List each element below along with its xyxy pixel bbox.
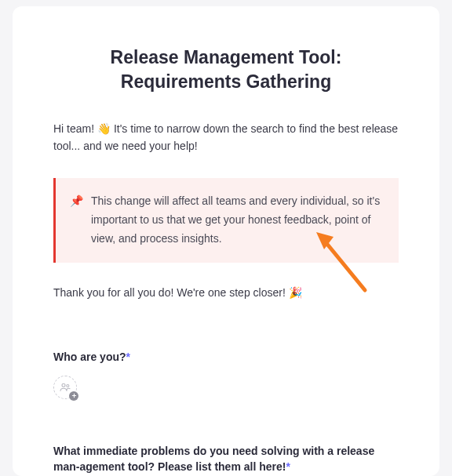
required-mark: * [126, 351, 130, 363]
pin-icon: 📌 [70, 192, 83, 248]
intro-prefix: Hi team! [53, 122, 97, 135]
thanks-text: Thank you for all you do! We're one step… [53, 285, 399, 302]
question-who-text: Who are you? [53, 351, 126, 363]
required-mark: * [286, 460, 290, 473]
callout-box: 📌 This change will affect all teams and … [53, 178, 399, 262]
question-problems-text: What immediate problems do you need solv… [53, 445, 374, 473]
intro-text: Hi team! 👋 It's time to narrow down the … [53, 121, 399, 154]
callout-text: This change will affect all teams and ev… [91, 192, 381, 248]
plus-icon [71, 393, 77, 398]
wave-emoji: 👋 [97, 122, 111, 135]
page-title: Release Management Tool: Requirements Ga… [53, 45, 399, 94]
plus-badge [69, 391, 78, 401]
question-who-label: Who are you?* [53, 349, 399, 365]
form-card: Release Management Tool: Requirements Ga… [13, 6, 439, 476]
tada-emoji: 🎉 [289, 286, 302, 299]
people-icon [59, 381, 71, 394]
svg-point-1 [67, 384, 69, 387]
thanks-prefix: Thank you for all you do! We're one step… [53, 286, 289, 299]
svg-point-0 [62, 383, 65, 387]
question-problems-label: What immediate problems do you need solv… [53, 443, 399, 475]
people-picker[interactable] [53, 376, 77, 399]
